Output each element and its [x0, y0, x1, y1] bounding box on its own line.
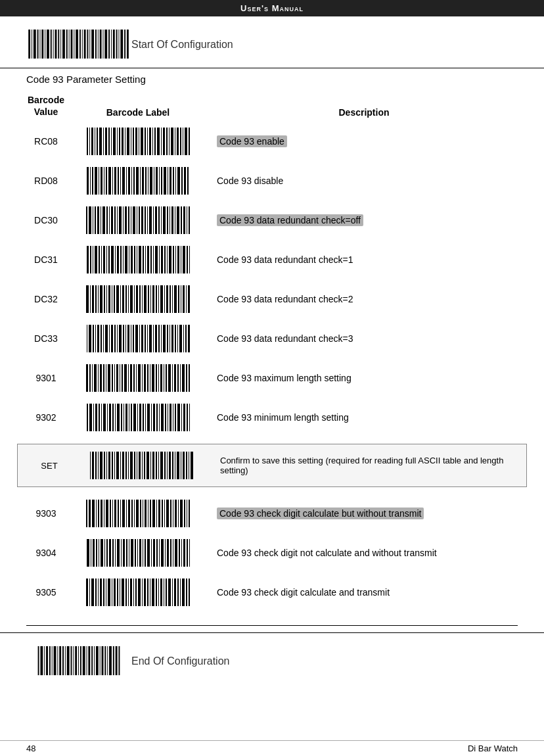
- svg-rect-330: [161, 404, 164, 431]
- svg-rect-495: [44, 646, 45, 675]
- svg-rect-302: [189, 364, 190, 392]
- svg-rect-447: [170, 539, 171, 567]
- svg-rect-95: [140, 167, 141, 195]
- svg-rect-193: [98, 285, 99, 313]
- svg-rect-166: [129, 246, 129, 273]
- svg-rect-500: [57, 646, 58, 675]
- svg-rect-403: [152, 500, 155, 527]
- svg-rect-29: [104, 30, 107, 59]
- svg-rect-31: [111, 30, 112, 59]
- svg-rect-380: [89, 500, 91, 527]
- section-heading: Code 93 Parameter Setting: [0, 68, 544, 87]
- svg-rect-157: [103, 246, 105, 273]
- svg-rect-113: [86, 206, 87, 234]
- svg-rect-93: [133, 167, 135, 195]
- table-row: DC30: [20, 201, 524, 240]
- svg-rect-17: [74, 30, 74, 59]
- svg-rect-381: [92, 500, 95, 527]
- svg-rect-456: [89, 579, 90, 606]
- svg-rect-370: [169, 452, 171, 479]
- svg-rect-109: [177, 167, 180, 195]
- svg-rect-251: [153, 325, 154, 352]
- svg-rect-45: [105, 128, 107, 155]
- svg-rect-327: [153, 404, 155, 431]
- svg-rect-318: [129, 404, 129, 431]
- svg-rect-16: [71, 30, 73, 59]
- svg-rect-56: [135, 128, 137, 155]
- svg-rect-271: [103, 364, 104, 392]
- svg-rect-92: [131, 167, 132, 195]
- svg-rect-431: [126, 539, 127, 567]
- svg-rect-348: [108, 452, 110, 479]
- svg-rect-320: [133, 404, 136, 431]
- svg-rect-282: [133, 364, 135, 392]
- svg-rect-137: [153, 206, 154, 234]
- svg-rect-378: [191, 452, 193, 479]
- svg-rect-445: [165, 539, 166, 567]
- svg-rect-449: [175, 539, 177, 567]
- svg-rect-322: [139, 404, 141, 431]
- svg-rect-249: [147, 325, 148, 352]
- svg-rect-374: [181, 452, 181, 479]
- svg-rect-201: [120, 285, 121, 313]
- svg-rect-7: [47, 30, 49, 59]
- svg-rect-480: [156, 579, 157, 606]
- svg-rect-356: [130, 452, 133, 479]
- svg-rect-133: [141, 206, 143, 234]
- svg-rect-180: [167, 246, 168, 273]
- svg-rect-263: [185, 325, 187, 352]
- svg-rect-209: [142, 285, 143, 313]
- svg-rect-41: [95, 128, 95, 155]
- svg-rect-459: [98, 579, 99, 606]
- svg-rect-114: [89, 206, 91, 234]
- svg-rect-51: [122, 128, 124, 155]
- svg-rect-377: [189, 452, 189, 479]
- svg-rect-255: [163, 325, 166, 352]
- svg-rect-437: [143, 539, 143, 567]
- svg-rect-147: [181, 206, 182, 234]
- svg-rect-379: [86, 500, 87, 527]
- svg-rect-131: [137, 206, 137, 234]
- svg-rect-329: [159, 404, 160, 431]
- svg-rect-235: [109, 325, 110, 352]
- svg-rect-63: [154, 128, 156, 155]
- svg-rect-53: [127, 128, 129, 155]
- svg-rect-406: [162, 500, 163, 527]
- svg-rect-279: [124, 364, 127, 392]
- svg-rect-196: [106, 285, 107, 313]
- svg-rect-146: [177, 206, 179, 234]
- table-row: RD08: [20, 161, 524, 201]
- svg-rect-333: [170, 404, 171, 431]
- svg-rect-412: [178, 500, 179, 527]
- row-desc-9305: Code 93 check digit calculate and transm…: [204, 587, 524, 598]
- svg-rect-13: [62, 30, 65, 59]
- svg-rect-144: [171, 206, 173, 234]
- svg-rect-482: [160, 579, 162, 606]
- svg-rect-261: [179, 325, 182, 352]
- svg-rect-499: [54, 646, 57, 675]
- svg-rect-335: [175, 404, 176, 431]
- svg-rect-476: [144, 579, 146, 606]
- svg-rect-267: [92, 364, 93, 392]
- svg-rect-413: [180, 500, 183, 527]
- svg-rect-259: [175, 325, 176, 352]
- svg-rect-168: [134, 246, 135, 273]
- svg-rect-308: [101, 404, 102, 431]
- svg-rect-22: [87, 30, 88, 59]
- table-row: 9304: [20, 533, 524, 573]
- svg-rect-163: [120, 246, 122, 273]
- svg-rect-465: [114, 579, 116, 606]
- svg-rect-207: [136, 285, 138, 313]
- svg-rect-188: [189, 246, 190, 273]
- svg-rect-170: [139, 246, 141, 273]
- svg-rect-341: [90, 452, 91, 479]
- svg-rect-428: [117, 539, 120, 567]
- svg-rect-472: [133, 579, 134, 606]
- svg-rect-395: [131, 500, 133, 527]
- table-row: 9301: [20, 358, 524, 398]
- col-header-value: Barcode Value: [20, 94, 72, 118]
- svg-rect-392: [122, 500, 125, 527]
- svg-rect-283: [136, 364, 137, 392]
- svg-rect-353: [122, 452, 124, 479]
- svg-rect-468: [122, 579, 124, 606]
